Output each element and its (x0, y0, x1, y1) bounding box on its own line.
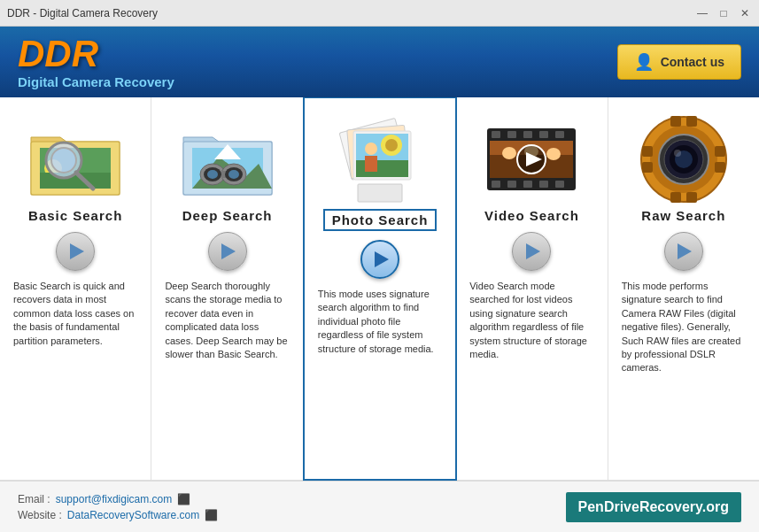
footer-brand: PenDriveRecovery.org (566, 492, 741, 522)
header: DDR Digital Camera Recovery 👤 Contact us (0, 27, 759, 97)
svg-point-18 (207, 170, 218, 179)
app-subtitle: Digital Camera Recovery (18, 74, 174, 89)
basic-search-play-button[interactable] (56, 232, 95, 271)
svg-rect-32 (507, 131, 516, 138)
svg-point-19 (228, 170, 239, 179)
svg-rect-53 (715, 162, 725, 173)
photo-search-item[interactable]: Photo Search This mode uses signature se… (303, 97, 457, 481)
svg-point-43 (502, 147, 516, 159)
basic-search-item[interactable]: Basic Search Basic Search is quick and r… (0, 97, 151, 480)
video-search-icon (483, 111, 580, 208)
svg-rect-56 (670, 192, 681, 203)
svg-rect-26 (356, 160, 408, 177)
website-link[interactable]: DataRecoverySoftware.com (67, 509, 199, 521)
svg-point-62 (674, 150, 681, 157)
email-row: Email : support@fixdigicam.com ⬛ (18, 493, 218, 505)
footer-links: Email : support@fixdigicam.com ⬛ Website… (18, 493, 218, 521)
svg-rect-36 (492, 181, 500, 188)
raw-search-play-button[interactable] (664, 232, 703, 271)
play-triangle-icon (375, 251, 389, 267)
svg-rect-40 (555, 181, 564, 188)
svg-rect-52 (642, 162, 653, 173)
titlebar: DDR - Digital Camera Recovery — □ ✕ (0, 0, 759, 27)
footer: Email : support@fixdigicam.com ⬛ Website… (0, 481, 759, 532)
video-search-item[interactable]: Video Search Video Search mode searched … (456, 97, 608, 480)
svg-point-27 (365, 143, 377, 155)
ddr-logo: DDR (18, 35, 98, 73)
video-search-play-button[interactable] (512, 232, 551, 271)
svg-rect-57 (686, 192, 697, 203)
svg-rect-28 (365, 156, 377, 172)
svg-point-7 (51, 148, 76, 173)
photo-search-play-button[interactable] (360, 240, 399, 279)
video-search-desc: Video Search mode searched for lost vide… (465, 280, 598, 361)
svg-rect-38 (523, 181, 532, 188)
contact-button[interactable]: 👤 Contact us (617, 44, 741, 80)
search-grid: Basic Search Basic Search is quick and r… (0, 97, 759, 481)
main-content: Basic Search Basic Search is quick and r… (0, 97, 759, 481)
minimize-button[interactable]: — (695, 6, 709, 20)
play-triangle-icon (678, 243, 692, 259)
contact-icon: 👤 (634, 52, 654, 72)
photo-search-icon (331, 112, 429, 209)
external-link-icon: ⬛ (177, 493, 190, 505)
svg-point-25 (385, 139, 398, 151)
titlebar-title: DDR - Digital Camera Recovery (7, 7, 158, 19)
svg-rect-33 (523, 131, 532, 138)
basic-search-desc: Basic Search is quick and recovers data … (9, 280, 142, 348)
deep-search-desc: Deep Search thoroughly scans the storage… (160, 280, 293, 361)
svg-rect-31 (492, 131, 500, 138)
external-link-icon-2: ⬛ (205, 509, 218, 521)
svg-rect-39 (539, 181, 548, 188)
raw-search-icon (635, 111, 732, 208)
website-row: Website : DataRecoverySoftware.com ⬛ (18, 509, 218, 521)
deep-search-play-button[interactable] (208, 232, 247, 271)
titlebar-controls: — □ ✕ (695, 6, 752, 20)
raw-search-desc: This mode performs signature search to f… (617, 280, 750, 375)
maximize-button[interactable]: □ (716, 6, 731, 20)
svg-rect-37 (507, 181, 516, 188)
header-left: DDR Digital Camera Recovery (18, 35, 174, 89)
svg-rect-54 (670, 116, 681, 127)
deep-search-label: Deep Search (182, 208, 273, 223)
photo-search-label: Photo Search (323, 209, 438, 231)
website-label: Website : (18, 509, 62, 521)
photo-search-desc: This mode uses signature search algorith… (314, 288, 446, 356)
close-button[interactable]: ✕ (738, 6, 752, 20)
basic-search-icon (27, 111, 124, 208)
video-search-label: Video Search (484, 208, 579, 223)
play-triangle-icon (70, 243, 84, 259)
svg-rect-35 (555, 131, 564, 138)
contact-label: Contact us (661, 55, 724, 69)
email-label: Email : (18, 493, 50, 505)
svg-rect-29 (358, 184, 402, 202)
deep-search-item[interactable]: Deep Search Deep Search thoroughly scans… (151, 97, 303, 480)
raw-search-label: Raw Search (641, 208, 725, 223)
svg-point-45 (546, 148, 561, 160)
email-link[interactable]: support@fixdigicam.com (56, 493, 173, 505)
play-triangle-icon (526, 243, 540, 259)
raw-search-item[interactable]: Raw Search This mode performs signature … (608, 97, 759, 480)
svg-rect-50 (642, 146, 653, 157)
basic-search-label: Basic Search (28, 208, 122, 223)
svg-rect-55 (686, 116, 697, 127)
svg-rect-34 (539, 131, 548, 138)
play-triangle-icon (221, 243, 236, 259)
svg-rect-51 (715, 146, 725, 157)
deep-search-icon (179, 111, 276, 208)
